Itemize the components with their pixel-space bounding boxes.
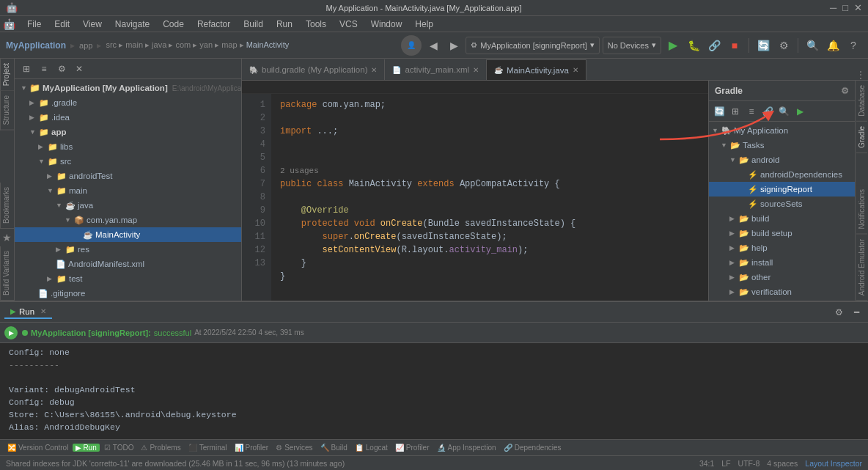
build-variants-tab[interactable]: Build Variants (0, 246, 14, 301)
gradle-item-install[interactable]: ▶ 📂 install (709, 255, 855, 270)
menu-refactor[interactable]: Refactor (191, 18, 236, 31)
minimize-button[interactable]: ─ (830, 2, 836, 13)
debug-button[interactable]: 🐛 (685, 37, 702, 54)
gradle-filter-btn[interactable]: 🔍 (776, 104, 791, 119)
attach-button[interactable]: 🔗 (705, 37, 723, 54)
tree-item-myapplication[interactable]: ▼ 📁 MyApplication [My Application] E:\an… (15, 81, 241, 95)
rerun-button[interactable]: ▶ (4, 326, 18, 339)
gradle-item-android[interactable]: ▼ 📂 android (709, 153, 855, 167)
menu-view[interactable]: View (77, 18, 108, 31)
tree-item-package[interactable]: ▼ 📦 com.yan.map (15, 213, 241, 227)
app-inspection-btn[interactable]: 🔬 App Inspection (434, 444, 499, 452)
logcat-btn[interactable]: 📋 Logcat (352, 444, 391, 452)
tree-item-app[interactable]: ▼ 📁 app (15, 125, 241, 139)
code-editor[interactable]: 1 2 3 4 5 6 7 8 9 10 11 12 (242, 94, 708, 301)
gradle-settings-icon[interactable]: ⚙ (841, 86, 849, 96)
problems-btn[interactable]: ⚠ Problems (138, 444, 183, 452)
gradle-link-btn[interactable]: 🔗 (760, 104, 775, 119)
gradle-item-myapp[interactable]: ▼ 🐘 My Application (709, 123, 855, 138)
close-tab-gradle[interactable]: ✕ (371, 66, 377, 74)
close-run-tab[interactable]: ✕ (40, 307, 46, 315)
forward-btn[interactable]: ▶ (445, 37, 463, 54)
gradle-item-buildsetup[interactable]: ▶ 📂 build setup (709, 226, 855, 240)
gradle-run-btn[interactable]: ▶ (792, 104, 807, 119)
todo-btn[interactable]: ☑ TODO (101, 444, 137, 452)
expand-all-btn[interactable]: ⊞ (19, 62, 34, 76)
menu-file[interactable]: File (21, 18, 47, 31)
project-tab[interactable]: Project (0, 59, 14, 91)
layout-inspector-btn[interactable]: Layout Inspector (805, 459, 862, 468)
tab-activity-xml[interactable]: 📄 activity_main.xml ✕ (385, 59, 487, 80)
run-bottom-btn[interactable]: ▶ Run (73, 444, 99, 452)
gradle-item-signingreport[interactable]: ⚡ signingReport (709, 182, 855, 197)
settings-button[interactable]: ⚙ (775, 37, 792, 54)
menu-window[interactable]: Window (365, 18, 408, 31)
tree-item-gradle[interactable]: ▶ 📁 .gradle (15, 95, 241, 110)
gradle-expand-btn[interactable]: ⊞ (728, 104, 743, 119)
services-btn[interactable]: ⚙ Services (273, 444, 315, 452)
tree-item-src[interactable]: ▼ 📁 src (15, 154, 241, 169)
menu-code[interactable]: Code (157, 18, 190, 31)
tab-mainactivity[interactable]: ☕ MainActivity.java ✕ (487, 59, 586, 80)
menu-edit[interactable]: Edit (48, 18, 76, 31)
cursor-position[interactable]: 34:1 (699, 459, 714, 468)
close-tab-java[interactable]: ✕ (573, 66, 578, 74)
tree-item-test[interactable]: ▶ 📁 test (15, 271, 241, 286)
avatar-button[interactable]: 👤 (401, 35, 422, 56)
indent-spaces[interactable]: 4 spaces (767, 459, 798, 468)
gradle-collapse-btn[interactable]: ≡ (744, 104, 759, 119)
structure-tab[interactable]: Structure (0, 91, 14, 131)
close-tab-xml[interactable]: ✕ (473, 66, 479, 74)
terminal-btn[interactable]: ⬛ Terminal (185, 444, 230, 452)
tree-item-androidtest[interactable]: ▶ 📁 androidTest (15, 169, 241, 183)
tree-item-res[interactable]: ▶ 📁 res (15, 242, 241, 257)
run-button[interactable]: ▶ (664, 37, 682, 54)
tree-item-main[interactable]: ▼ 📁 main (15, 183, 241, 198)
menu-build[interactable]: Build (238, 18, 269, 31)
menu-tools[interactable]: Tools (300, 18, 332, 31)
gradle-item-tasks[interactable]: ▼ 📂 Tasks (709, 138, 855, 153)
gradle-item-app[interactable]: ▶ 🐘 app (709, 299, 855, 301)
run-tab[interactable]: ▶ Run ✕ (4, 306, 52, 319)
tree-item-mainactivity[interactable]: ☕ MainActivity (15, 227, 241, 242)
menu-help[interactable]: Help (409, 18, 439, 31)
tab-build-gradle[interactable]: 🐘 build.gradle (My Application) ✕ (242, 59, 385, 80)
collapse-all-btn[interactable]: ≡ (37, 62, 51, 76)
run-config-dropdown[interactable]: ⚙ MyApplication [signingReport] ▾ (466, 37, 600, 54)
bookmarks-tab[interactable]: Bookmarks (0, 183, 14, 229)
code-content[interactable]: package com.yan.map; import ...; 2 usage… (271, 94, 708, 301)
tab-overflow-btn[interactable]: ⋮ (853, 70, 868, 80)
menu-vcs[interactable]: VCS (334, 18, 364, 31)
tree-item-java[interactable]: ▼ ☕ java (15, 198, 241, 213)
stop-button[interactable]: ■ (726, 37, 743, 54)
line-separator[interactable]: LF (721, 459, 730, 468)
bottom-close-btn[interactable]: ━ (849, 305, 864, 320)
sync-button[interactable]: 🔄 (754, 37, 772, 54)
device-dropdown[interactable]: No Devices ▾ (603, 37, 661, 54)
tree-item-manifest[interactable]: 📄 AndroidManifest.xml (15, 257, 241, 271)
close-button[interactable]: ✕ (854, 2, 862, 13)
gradle-item-build[interactable]: ▶ 📂 build (709, 211, 855, 226)
menu-navigate[interactable]: Navigate (109, 18, 155, 31)
gradle-item-verification[interactable]: ▶ 📂 verification (709, 284, 855, 299)
gradle-item-other[interactable]: ▶ 📂 other (709, 270, 855, 284)
settings-icon[interactable]: ⚙ (54, 62, 69, 76)
tree-item-idea[interactable]: ▶ 📁 .idea (15, 110, 241, 125)
database-tab[interactable]: Database (856, 81, 867, 122)
close-panel-btn[interactable]: ✕ (72, 62, 87, 76)
menu-run[interactable]: Run (271, 18, 298, 31)
tree-item-gitignore-app[interactable]: 📄 .gitignore (15, 286, 241, 301)
build-btn[interactable]: 🔨 Build (317, 444, 350, 452)
maximize-button[interactable]: □ (842, 2, 848, 13)
gradle-item-sourcesets[interactable]: ⚡ sourceSets (709, 197, 855, 211)
android-emulator-tab[interactable]: Android Emulator (856, 235, 867, 301)
tree-item-libs[interactable]: ▶ 📁 libs (15, 139, 241, 154)
favorites-icon[interactable]: ★ (0, 229, 14, 246)
bottom-settings-btn[interactable]: ⚙ (831, 305, 846, 320)
gradle-item-androiddeps[interactable]: ⚡ androidDependencies (709, 167, 855, 182)
profiler2-btn[interactable]: 📈 Profiler (392, 444, 433, 452)
search-everywhere-btn[interactable]: 🔍 (803, 37, 821, 54)
dependencies-btn[interactable]: 🔗 Dependencies (501, 444, 564, 452)
back-btn[interactable]: ◀ (424, 37, 442, 54)
help-btn[interactable]: ? (845, 37, 862, 54)
